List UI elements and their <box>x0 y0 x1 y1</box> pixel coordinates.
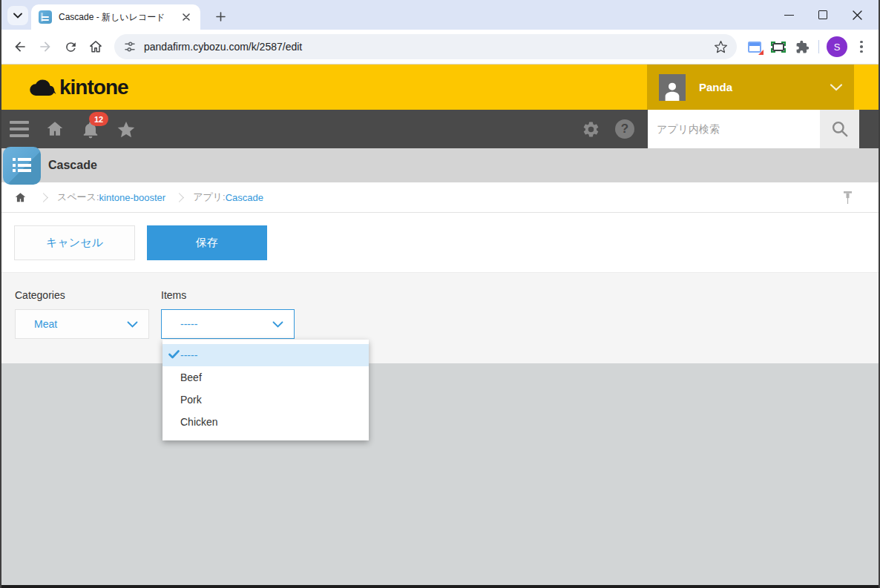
minimize-button[interactable] <box>772 0 806 30</box>
dropdown-option-label: Beef <box>180 371 202 383</box>
gnav-portal-button[interactable] <box>37 110 73 148</box>
items-dropdown-menu: ----- Beef Pork Chicken <box>162 340 369 440</box>
app-search-input[interactable] <box>648 110 820 148</box>
help-icon: ? <box>615 119 634 139</box>
home-icon <box>88 39 103 54</box>
new-tab-button[interactable] <box>211 7 230 26</box>
kintone-favicon-icon <box>39 10 52 24</box>
cancel-button[interactable]: キャンセル <box>14 225 135 260</box>
dropdown-option[interactable]: Pork <box>162 389 369 411</box>
dropdown-option[interactable]: ----- <box>162 344 369 366</box>
close-icon <box>853 10 862 20</box>
capture-icon <box>771 42 786 53</box>
dropdown-option[interactable]: Beef <box>162 366 369 389</box>
dropdown-option-label: ----- <box>180 349 197 361</box>
toolbar-divider <box>818 40 819 53</box>
forward-icon <box>38 39 53 54</box>
extension-panel-button[interactable] <box>743 35 766 59</box>
url-text[interactable]: pandafirm.cybozu.com/k/2587/edit <box>144 41 714 53</box>
panel-arrow-icon <box>748 42 761 53</box>
notification-badge: 12 <box>89 112 108 126</box>
close-button[interactable] <box>840 0 874 30</box>
gnav-help-button[interactable]: ? <box>608 110 642 148</box>
screen-capture-button[interactable] <box>766 35 790 59</box>
gnav-settings-button[interactable] <box>574 110 608 148</box>
browser-toolbar: pandafirm.cybozu.com/k/2587/edit S <box>1 30 879 65</box>
categories-select[interactable]: Meat <box>15 309 149 339</box>
check-icon <box>168 350 180 359</box>
reload-button[interactable] <box>58 34 83 59</box>
maximize-button[interactable] <box>806 0 840 30</box>
items-field-label: Items <box>161 289 186 301</box>
tab-title: Cascade - 新しいレコード <box>59 11 180 24</box>
plus-icon <box>216 12 226 22</box>
profile-avatar[interactable]: S <box>827 36 847 57</box>
categories-selected-value: Meat <box>34 318 127 330</box>
gnav-right: ? <box>574 110 879 148</box>
page-background <box>1 363 879 585</box>
app-search-box <box>648 110 820 148</box>
gnav-notifications-button[interactable]: 12 <box>73 110 108 148</box>
tab-close-icon[interactable] <box>180 10 193 24</box>
portal-home-icon <box>45 119 65 139</box>
browser-tab[interactable]: Cascade - 新しいレコード <box>31 4 200 30</box>
window-controls <box>772 0 874 30</box>
dropdown-option-label: Pork <box>180 394 202 406</box>
list-glyph-icon <box>13 158 31 175</box>
user-avatar-icon <box>659 74 686 101</box>
items-selected-value: ----- <box>180 318 272 330</box>
items-select[interactable]: ----- <box>161 309 295 339</box>
kintone-logo[interactable]: kintone <box>27 65 128 110</box>
minimize-icon <box>784 15 794 16</box>
gnav-menu-button[interactable] <box>1 110 37 148</box>
categories-field-label: Categories <box>15 289 65 301</box>
site-settings-icon <box>123 40 137 53</box>
chevron-down-icon <box>127 321 138 328</box>
breadcrumb-home-icon[interactable] <box>10 182 30 213</box>
breadcrumb-space-label: スペース: <box>57 191 99 204</box>
pin-button[interactable] <box>842 182 853 213</box>
global-nav: 12 ? <box>1 110 879 148</box>
breadcrumb-space-link[interactable]: kintone-booster <box>99 192 166 203</box>
forward-button[interactable] <box>33 34 58 59</box>
extensions-button[interactable] <box>790 35 814 59</box>
search-icon <box>830 119 850 139</box>
hamburger-icon <box>10 121 29 137</box>
app-header-bar: Cascade <box>1 148 879 182</box>
home-button[interactable] <box>83 34 108 59</box>
save-button[interactable]: 保存 <box>147 225 267 260</box>
maximize-icon <box>818 10 827 19</box>
pin-icon <box>842 190 853 206</box>
breadcrumb-app-label: アプリ: <box>193 191 226 204</box>
tab-list-button[interactable] <box>7 6 28 25</box>
record-action-bar: キャンセル 保存 <box>1 213 879 273</box>
breadcrumb: スペース: kintone-booster アプリ: Cascade <box>1 182 879 213</box>
address-bar[interactable]: pandafirm.cybozu.com/k/2587/edit <box>114 34 737 59</box>
bookmark-star-icon[interactable] <box>714 40 728 54</box>
app-title: Cascade <box>48 148 97 182</box>
back-button[interactable] <box>7 34 33 59</box>
tab-strip: Cascade - 新しいレコード <box>1 0 879 30</box>
browser-window: Cascade - 新しいレコード <box>0 0 880 588</box>
record-form: Categories Items Meat ----- <box>1 273 879 363</box>
browser-menu-button[interactable] <box>850 36 873 58</box>
user-name: Panda <box>699 81 830 93</box>
app-icon[interactable] <box>3 147 41 185</box>
breadcrumb-separator <box>39 193 48 202</box>
user-menu[interactable]: Panda <box>647 65 854 110</box>
gear-icon <box>582 120 600 139</box>
kintone-logo-text: kintone <box>59 76 128 99</box>
gnav-spacer <box>859 110 879 148</box>
extension-area: S <box>743 35 873 59</box>
star-icon <box>116 119 137 139</box>
dropdown-option[interactable]: Chicken <box>162 411 369 433</box>
kintone-header: kintone Panda <box>1 65 879 110</box>
breadcrumb-app-link[interactable]: Cascade <box>226 192 263 203</box>
breadcrumb-separator <box>174 193 184 202</box>
search-button[interactable] <box>820 110 859 148</box>
gnav-favorites-button[interactable] <box>108 110 144 148</box>
gnav-left: 12 <box>1 110 144 148</box>
window-bottom-edge <box>1 585 879 588</box>
puzzle-icon <box>795 40 810 54</box>
chevron-down-icon <box>13 13 22 19</box>
